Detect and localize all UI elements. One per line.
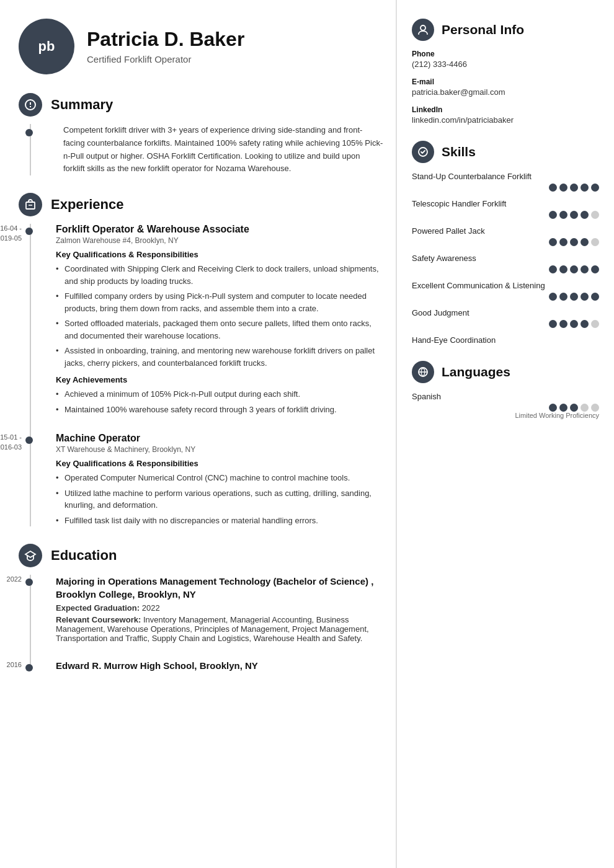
summary-text: Competent forklift driver with 3+ years … — [63, 124, 383, 175]
languages-icon — [412, 361, 434, 383]
skill-dots — [412, 238, 599, 246]
languages-header: Languages — [412, 361, 599, 383]
job-item-2: 2015-01 -2016-03 Machine Operator XT War… — [56, 433, 383, 526]
skill-dot — [581, 184, 589, 192]
skill-dot — [549, 184, 557, 192]
skill-name: Good Judgment — [412, 308, 599, 317]
achievement-item: Maintained 100% warehouse safety record … — [56, 404, 383, 416]
language-dot — [559, 404, 567, 412]
skill-dot — [591, 320, 599, 328]
qual-item: Coordinated with Shipping Clerk and Rece… — [56, 263, 383, 287]
language-proficiency: Limited Working Proficiency — [412, 412, 599, 419]
email-label: E-mail — [412, 78, 599, 86]
skills-icon — [412, 141, 434, 163]
skill-dot — [559, 184, 567, 192]
achievements-title-1: Key Achievements — [56, 375, 383, 384]
skill-dot — [591, 293, 599, 301]
phone-value: (212) 333-4466 — [412, 60, 599, 69]
skills-list: Stand-Up Counterbalance ForkliftTelescop… — [412, 172, 599, 345]
languages-title: Languages — [442, 365, 510, 379]
skill-dot — [559, 238, 567, 246]
experience-title: Experience — [51, 197, 123, 213]
skill-dot — [549, 238, 557, 246]
skill-item-5: Good Judgment — [412, 308, 599, 328]
avatar-initials: pb — [38, 38, 55, 55]
languages-list: SpanishLimited Working Proficiency — [412, 392, 599, 419]
qualifications-title-1: Key Qualifications & Responsibilities — [56, 250, 383, 259]
left-column: pb Patricia D. Baker Certified Forklift … — [0, 0, 397, 868]
job-company-1: Zalmon Warehouse #4, Brooklyn, NY — [56, 236, 383, 245]
personal-info-section: Personal Info Phone (212) 333-4466 E-mai… — [412, 19, 599, 125]
skills-header: Skills — [412, 141, 599, 163]
skill-dot — [549, 265, 557, 273]
skill-dot — [570, 320, 578, 328]
language-dot — [591, 404, 599, 412]
education-timeline: 2022 Majoring in Operations Management T… — [19, 575, 383, 671]
skill-dot — [549, 320, 557, 328]
skill-item-2: Powered Pallet Jack — [412, 226, 599, 246]
edu-degree-1: Majoring in Operations Management Techno… — [56, 575, 383, 601]
email-value: patricia.baker@gmail.com — [412, 87, 599, 97]
summary-bullet: Competent forklift driver with 3+ years … — [56, 124, 383, 175]
experience-header: Experience — [19, 193, 383, 216]
personal-info-header: Personal Info — [412, 19, 599, 41]
qualifications-title-2: Key Qualifications & Responsibilities — [56, 459, 383, 468]
skill-item-4: Excellent Communication & Listening — [412, 281, 599, 301]
summary-content: Competent forklift driver with 3+ years … — [19, 124, 383, 175]
skill-dots — [412, 265, 599, 273]
language-name: Spanish — [412, 392, 599, 401]
skill-dot — [581, 211, 589, 219]
candidate-subtitle: Certified Forklift Operator — [87, 54, 244, 64]
skill-dot — [581, 238, 589, 246]
qual-item: Operated Computer Numerical Control (CNC… — [56, 472, 383, 484]
qual-item: Fulfilled task list daily with no discre… — [56, 515, 383, 527]
qualifications-list-2: Operated Computer Numerical Control (CNC… — [56, 472, 383, 526]
education-title: Education — [51, 547, 117, 564]
avatar: pb — [19, 19, 74, 74]
job-title-2: Machine Operator — [56, 433, 383, 444]
skill-dot — [591, 184, 599, 192]
education-icon — [19, 544, 42, 567]
skill-dot — [549, 211, 557, 219]
edu-graduation: Expected Graduation: 2022 — [56, 603, 383, 613]
summary-icon — [19, 93, 42, 117]
skill-dots — [412, 184, 599, 192]
linkedin-item: LinkedIn linkedin.com/in/patriciabaker — [412, 105, 599, 125]
linkedin-label: LinkedIn — [412, 105, 599, 114]
job-date-2: 2015-01 -2016-03 — [0, 433, 22, 452]
qual-item: Fulfilled company orders by using Pick-n… — [56, 290, 383, 314]
skill-dot — [559, 320, 567, 328]
expected-label: Expected Graduation: — [56, 603, 140, 613]
skill-dot — [559, 265, 567, 273]
edu-item-2: 2016 Edward R. Murrow High School, Brook… — [56, 660, 383, 671]
skill-dot — [559, 211, 567, 219]
summary-title: Summary — [51, 97, 113, 113]
skills-title: Skills — [442, 144, 476, 159]
skill-item-1: Telescopic Handler Forklift — [412, 199, 599, 219]
personal-info-title: Personal Info — [442, 22, 524, 37]
language-dot — [570, 404, 578, 412]
skill-dots — [412, 211, 599, 219]
phone-item: Phone (212) 333-4466 — [412, 50, 599, 69]
skill-item-0: Stand-Up Counterbalance Forklift — [412, 172, 599, 192]
skill-dot — [581, 320, 589, 328]
achievement-item: Achieved a minimum of 105% Pick-n-Pull o… — [56, 388, 383, 401]
edu-coursework: Relevant Coursework: Inventory Managemen… — [56, 615, 383, 643]
header-text: Patricia D. Baker Certified Forklift Ope… — [87, 29, 244, 64]
experience-section: Experience 2016-04 -2019-05 Forklift Ope… — [19, 193, 383, 526]
skill-dot — [570, 184, 578, 192]
achievements-list-1: Achieved a minimum of 105% Pick-n-Pull o… — [56, 388, 383, 415]
skill-name: Powered Pallet Jack — [412, 226, 599, 236]
skill-name: Safety Awareness — [412, 254, 599, 263]
personal-info-icon — [412, 19, 434, 41]
skill-dot — [591, 265, 599, 273]
summary-header: Summary — [19, 93, 383, 117]
qual-item: Assisted in onboarding, training, and me… — [56, 345, 383, 369]
edu-date-1: 2022 — [0, 575, 22, 584]
qual-item: Utilized lathe machine to perform variou… — [56, 487, 383, 512]
svg-point-6 — [420, 25, 425, 30]
expected-value: 2022 — [142, 603, 160, 613]
summary-section: Summary Competent forklift driver with 3… — [19, 93, 383, 175]
job-title-1: Forklift Operator & Warehouse Associate — [56, 224, 383, 235]
language-dot — [581, 404, 589, 412]
